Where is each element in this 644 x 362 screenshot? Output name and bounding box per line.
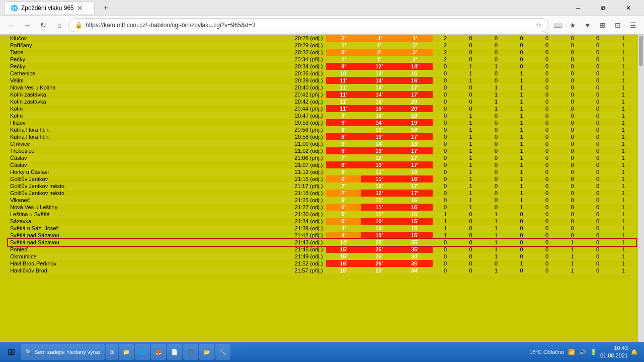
bookmark-icon[interactable]: ☆: [536, 21, 542, 29]
taskbar-app-2[interactable]: 🌐: [135, 344, 150, 360]
num-3: 0: [484, 154, 509, 161]
num-1: 0: [433, 183, 458, 190]
restore-button[interactable]: ⧉: [592, 0, 615, 16]
num-4: 0: [509, 63, 534, 70]
num-6: 0: [559, 161, 585, 168]
delay-2: 13': [361, 70, 397, 77]
delay-2: 14': [361, 140, 397, 147]
minimize-button[interactable]: ─: [567, 0, 590, 16]
toolbar-pocket-icon[interactable]: ⊡: [611, 18, 625, 32]
address-bar-icons: ☆: [536, 21, 542, 29]
num-3: 1: [484, 98, 509, 105]
search-bar[interactable]: 🔍 Sem zadejte hledaný výraz: [21, 344, 105, 360]
table-row: Světlá nad Sázavou 21:42 (příj.) 4' 10' …: [8, 232, 636, 239]
table-row: Horky u Čáslavi 21:12 (odj.) 6' 11' 16' …: [8, 168, 636, 175]
station-name: Kolín: [8, 112, 224, 119]
delay-1: 15': [326, 267, 362, 274]
taskbar-app-pdf[interactable]: 📄: [167, 344, 182, 360]
tool-icon: 🔧: [219, 349, 226, 355]
num-2: 1: [458, 154, 484, 161]
num-6: 0: [559, 98, 585, 105]
address-bar[interactable]: 🔒 https://kam.mff.cuni.cz/~babilon/cgi-b…: [68, 18, 548, 32]
station-name: Čáslav: [8, 154, 224, 161]
new-tab-button[interactable]: +: [99, 1, 113, 15]
toolbar-book-icon[interactable]: 📖: [550, 18, 565, 32]
forward-button[interactable]: →: [20, 18, 34, 32]
num-8: 1: [610, 84, 636, 91]
start-button[interactable]: ⊞: [2, 343, 20, 361]
num-7: 0: [585, 232, 611, 239]
delay-3: 17': [397, 190, 433, 197]
toolbar-heart-icon[interactable]: ♥: [581, 18, 595, 32]
delay-3: 17': [397, 183, 433, 190]
toolbar-menu-icon[interactable]: ☰: [626, 18, 640, 32]
home-button[interactable]: ⌂: [52, 18, 66, 32]
browser-tab[interactable]: 🌐 Zpoždění vlaku 965 ✕: [4, 2, 95, 14]
notification-icon[interactable]: 🔔: [631, 349, 638, 355]
num-8: 1: [610, 267, 636, 274]
taskbar-app-folder[interactable]: 📂: [199, 344, 214, 360]
scrollbar[interactable]: [638, 35, 644, 362]
num-5: 0: [534, 112, 560, 119]
tab-favicon: 🌐: [11, 5, 18, 12]
num-3: 0: [484, 35, 509, 42]
clock[interactable]: 10:43 01.08.2021: [600, 344, 628, 360]
num-3: 0: [484, 140, 509, 147]
table-row: Nová Ves u Kolína 20:40 (odj.) 11' 14' 1…: [8, 84, 636, 91]
num-3: 0: [484, 190, 509, 197]
toolbar-star-icon[interactable]: ★: [566, 18, 580, 32]
num-3: 0: [484, 168, 509, 175]
num-1: 0: [433, 70, 458, 77]
toolbar-library-icon[interactable]: ⊞: [596, 18, 610, 32]
tab-close-button[interactable]: ✕: [77, 4, 83, 12]
table-row: Čáslav 21:07 (odj.) 8' 13' 17' 0 1 0 1 0…: [8, 161, 636, 168]
num-7: 0: [585, 49, 611, 56]
refresh-button[interactable]: ↻: [36, 18, 50, 32]
delay-2: 12': [361, 190, 397, 197]
train-time: 20:39 (odj.): [224, 77, 326, 84]
delay-1: 0': [326, 49, 362, 56]
num-3: 0: [484, 70, 509, 77]
num-5: 0: [534, 267, 560, 274]
station-name: Čáslav: [8, 161, 224, 168]
taskbar-app-firefox[interactable]: 🦊: [151, 344, 166, 360]
train-delay-table: Klučov 20:28 (odj.) 2' -1' 1' 2 0 0 0 0 …: [8, 35, 636, 274]
back-button[interactable]: ←: [4, 18, 18, 32]
num-4: 1: [509, 105, 534, 112]
num-6: 0: [559, 56, 585, 63]
num-5: 0: [534, 35, 560, 42]
num-6: 0: [559, 197, 585, 204]
num-7: 0: [585, 133, 611, 140]
station-name: Pohleď: [8, 246, 224, 253]
taskbar-app-media[interactable]: 🎵: [183, 344, 198, 360]
num-4: 1: [509, 147, 534, 154]
num-8: 1: [610, 246, 636, 253]
num-6: 0: [559, 204, 585, 211]
station-name: Pečky: [8, 56, 224, 63]
train-time: 21:00 (odj.): [224, 140, 326, 147]
task-view-button[interactable]: ⧉: [106, 344, 118, 360]
num-5: 0: [534, 133, 560, 140]
taskbar-app-1[interactable]: 📁: [119, 344, 134, 360]
delay-2: 1': [361, 42, 397, 49]
delay-3: 14': [397, 63, 433, 70]
station-name: Horky u Čáslavi: [8, 168, 224, 175]
num-7: 0: [585, 253, 611, 260]
taskbar: ⊞ 🔍 Sem zadejte hledaný výraz ⧉ 📁 🌐 🦊 📄 …: [0, 342, 644, 362]
delay-2: 10': [361, 225, 397, 232]
table-row: Světlá n.Sáz.-Josef. 21:39 (odj.) 4' 10'…: [8, 225, 636, 232]
num-7: 0: [585, 246, 611, 253]
scrollbar-thumb[interactable]: [639, 36, 643, 66]
delay-3: 3': [397, 49, 433, 56]
num-5: 0: [534, 56, 560, 63]
num-1: 0: [433, 190, 458, 197]
num-3: 0: [484, 42, 509, 49]
num-7: 0: [585, 70, 611, 77]
station-name: Poříčany: [8, 42, 224, 49]
num-1: 0: [433, 119, 458, 126]
num-8: 1: [610, 232, 636, 239]
delay-3: 17': [397, 133, 433, 140]
taskbar-app-tool[interactable]: 🔧: [215, 344, 230, 360]
train-time: 21:25 (odj.): [224, 197, 326, 204]
close-button[interactable]: ✕: [617, 0, 640, 16]
